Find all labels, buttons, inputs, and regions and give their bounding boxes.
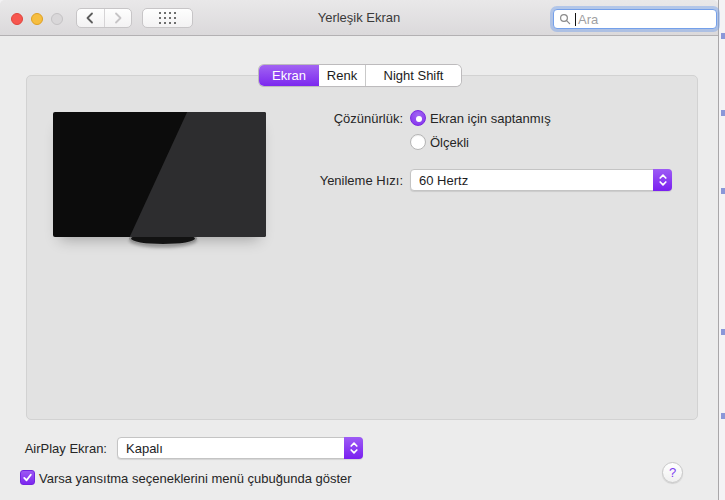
navigation-buttons (76, 8, 132, 28)
refresh-rate-value: 60 Hertz (411, 173, 653, 188)
back-button[interactable] (77, 9, 104, 27)
toolbar: Yerleşik Ekran (0, 0, 718, 36)
radio-scaled-label[interactable]: Ölçekli (430, 135, 469, 150)
forward-button[interactable] (104, 9, 132, 27)
resolution-label: Çözünürlük: (250, 111, 403, 126)
refresh-rate-popup[interactable]: 60 Hertz (410, 169, 672, 191)
chevron-up-down-icon (344, 437, 363, 459)
sliver-mark (721, 110, 725, 116)
background-window-sliver (718, 0, 725, 500)
sliver-mark (721, 413, 725, 419)
tab-night-shift[interactable]: Night Shift (365, 65, 461, 86)
sliver-mark (721, 188, 725, 194)
sliver-mark (721, 33, 725, 39)
show-all-preferences-button[interactable] (142, 8, 193, 28)
close-button[interactable] (11, 13, 23, 25)
screen: Yerleşik Ekran (0, 0, 725, 500)
checkmark-icon (22, 472, 33, 483)
refresh-rate-label: Yenileme Hızı: (250, 173, 403, 188)
help-button[interactable]: ? (662, 462, 683, 483)
minimize-button[interactable] (31, 13, 43, 25)
text-cursor (575, 13, 576, 26)
search-placeholder: Ara (578, 12, 598, 27)
tab-renk[interactable]: Renk (319, 65, 365, 86)
zoom-button[interactable] (51, 13, 63, 25)
airplay-popup[interactable]: Kapalı (117, 437, 363, 459)
chevron-up-down-icon (653, 169, 672, 191)
airplay-label: AirPlay Ekran: (0, 441, 107, 456)
search-input[interactable]: Ara (553, 9, 717, 29)
system-preferences-window: Yerleşik Ekran (0, 0, 718, 500)
airplay-value: Kapalı (118, 441, 344, 456)
radio-default-for-display[interactable] (410, 110, 426, 126)
sliver-mark (721, 329, 725, 335)
tab-bar: Ekran Renk Night Shift (259, 65, 461, 86)
apps-grid-icon (159, 12, 176, 24)
search-icon (559, 13, 571, 25)
radio-default-for-display-label[interactable]: Ekran için saptanmış (430, 111, 551, 126)
monitor-graphic (53, 112, 266, 237)
mirroring-checkbox-label[interactable]: Varsa yansıtma seçeneklerini menü çubuğu… (39, 471, 352, 486)
monitor-reflection (53, 112, 266, 237)
radio-scaled[interactable] (410, 134, 426, 150)
chevron-right-icon (113, 12, 123, 24)
tab-ekran[interactable]: Ekran (259, 65, 319, 86)
chevron-left-icon (85, 12, 95, 24)
mirroring-checkbox[interactable] (20, 470, 35, 485)
